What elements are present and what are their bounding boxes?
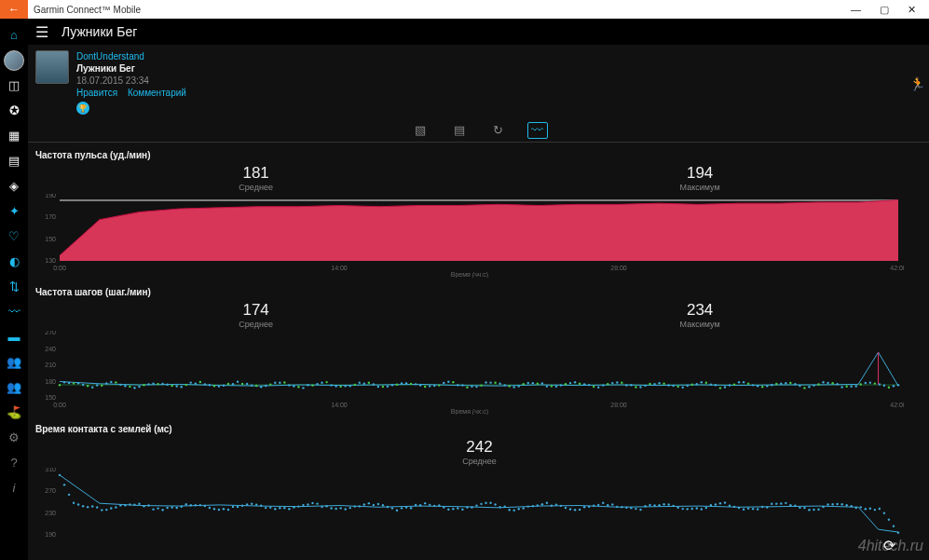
sleep-icon[interactable]: ◐ [0,249,28,274]
activity-icon[interactable]: ✦ [0,198,28,224]
hr-avg-label: Среднее [239,183,273,192]
svg-point-116 [527,382,529,384]
svg-point-146 [667,384,669,386]
svg-point-41 [175,385,177,387]
svg-text:210: 210 [45,362,56,368]
menu-button[interactable]: ☰ [35,23,48,41]
settings-icon[interactable]: ⚙ [0,425,28,450]
detail-tabs: ▧ ▤ ↻ 〰 [28,118,929,143]
steps-icon[interactable]: ⇅ [0,274,28,299]
svg-point-27 [110,381,112,383]
help-icon[interactable]: ? [0,450,28,475]
svg-point-93 [419,384,421,386]
user-link[interactable]: DontUnderstand [76,50,194,62]
svg-point-299 [494,503,496,505]
svg-point-326 [621,506,622,508]
tab-charts[interactable]: 〰 [527,122,548,139]
svg-point-226 [152,508,154,510]
svg-point-100 [452,381,454,383]
avatar[interactable] [0,48,28,73]
svg-point-145 [663,382,664,384]
news-icon[interactable]: ▤ [0,148,28,173]
golf-icon[interactable]: ⛳ [0,400,28,425]
trophy-badge[interactable]: 🏆 [76,102,89,115]
svg-point-43 [185,384,187,386]
svg-point-235 [195,504,197,506]
like-link[interactable]: Нравится [76,88,117,98]
svg-point-46 [199,381,201,383]
svg-point-331 [644,505,646,507]
svg-point-256 [293,506,294,508]
hr-max-value: 194 [680,164,720,183]
svg-point-83 [373,383,375,385]
svg-point-134 [611,382,613,384]
snapshots-icon[interactable]: ◫ [0,73,28,98]
svg-point-17 [63,381,65,383]
svg-point-215 [101,509,102,511]
svg-point-126 [574,381,576,383]
gear-shoe-icon[interactable]: ▬ [0,324,28,349]
leaderboard-icon[interactable]: ✪ [0,98,28,123]
back-button[interactable]: ← [0,0,28,19]
svg-point-18 [68,382,70,384]
svg-point-301 [503,506,505,508]
svg-point-51 [223,385,225,387]
maximize-button[interactable]: ▢ [880,4,889,16]
svg-text:190: 190 [45,531,56,538]
stats-icon[interactable]: 〰 [0,299,28,324]
svg-text:310: 310 [45,468,56,472]
svg-point-20 [77,382,79,384]
svg-point-231 [175,507,177,509]
svg-point-355 [757,508,758,510]
svg-point-82 [368,382,370,384]
svg-point-353 [747,507,749,509]
svg-text:270: 270 [45,331,56,335]
svg-point-221 [129,503,130,505]
hr-title: Частота пульса (уд./мин) [35,150,923,160]
svg-point-109 [494,382,496,384]
svg-point-183 [840,386,842,388]
svg-point-190 [874,382,876,384]
insights-icon[interactable]: ◈ [0,173,28,198]
svg-point-211 [82,505,84,507]
calendar-icon[interactable]: ▦ [0,123,28,148]
close-button[interactable]: ✕ [908,4,916,16]
svg-point-278 [396,510,398,512]
svg-point-233 [185,503,187,505]
svg-point-90 [405,382,407,384]
svg-point-358 [771,503,772,505]
svg-point-291 [457,507,458,509]
svg-point-131 [597,387,599,389]
svg-point-346 [715,503,717,505]
svg-point-375 [851,505,853,507]
svg-point-363 [794,505,796,507]
tab-map[interactable]: ▧ [410,122,430,139]
tab-laps[interactable]: ↻ [488,122,509,139]
svg-point-111 [503,384,505,386]
comment-link[interactable]: Комментарий [128,88,186,98]
svg-point-366 [808,509,810,511]
svg-point-135 [616,381,618,383]
svg-point-47 [204,383,206,385]
heart-icon[interactable]: ♡ [0,224,28,249]
svg-point-329 [635,508,636,510]
svg-point-259 [307,503,308,505]
svg-point-236 [199,504,201,506]
svg-point-144 [658,382,660,384]
svg-point-96 [433,385,435,387]
svg-point-330 [639,509,641,511]
svg-point-303 [513,509,515,511]
svg-point-315 [569,508,571,510]
minimize-button[interactable]: — [851,4,861,16]
connections-icon[interactable]: 👥 [0,349,28,375]
tab-summary[interactable]: ▤ [449,122,470,139]
activity-photo[interactable] [35,50,69,84]
svg-point-97 [438,384,440,386]
svg-point-92 [415,383,417,385]
charts-scroll[interactable]: Частота пульса (уд./мин) 181 Среднее 194… [28,143,929,560]
cadence-title: Частота шагов (шаг./мин) [35,287,923,297]
device-icon[interactable]: ⌂ [0,22,28,48]
groups-icon[interactable]: 👥 [0,375,28,400]
svg-point-359 [775,502,777,504]
info-icon[interactable]: i [0,475,28,500]
